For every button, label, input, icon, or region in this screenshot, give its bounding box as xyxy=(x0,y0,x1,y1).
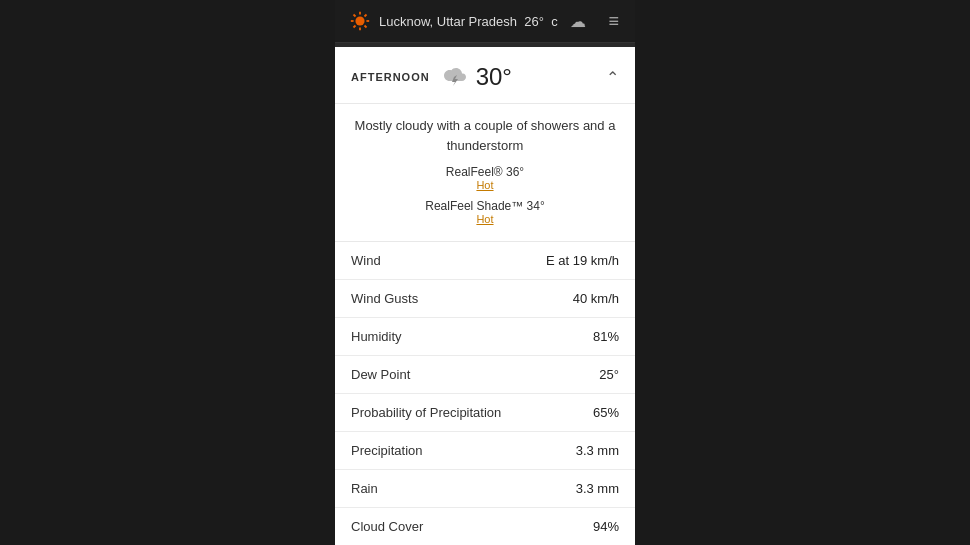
unit-label: c xyxy=(551,14,558,29)
data-row: Precipitation3.3 mm xyxy=(335,432,635,470)
section-label: AFTERNOON xyxy=(351,71,430,83)
data-row: Wind Gusts40 km/h xyxy=(335,280,635,318)
data-rows: WindE at 19 km/hWind Gusts40 km/hHumidit… xyxy=(335,242,635,545)
weather-card: AFTERNOON 30° ⌃ Mostly cloudy with a cou… xyxy=(335,47,635,545)
data-key: Cloud Cover xyxy=(351,519,423,534)
data-key: Humidity xyxy=(351,329,402,344)
realfeel-label: RealFeel® 36° xyxy=(446,165,524,179)
section-temp: 30° xyxy=(476,63,606,91)
data-row: Dew Point25° xyxy=(335,356,635,394)
data-value: 3.3 mm xyxy=(576,443,619,458)
cloud-icon: ☁ xyxy=(570,12,586,31)
data-key: Wind xyxy=(351,253,381,268)
data-value: 3.3 mm xyxy=(576,481,619,496)
data-row: Probability of Precipitation65% xyxy=(335,394,635,432)
temp-label: 26° xyxy=(524,14,544,29)
svg-line-6 xyxy=(364,25,366,27)
location-label: Lucknow, Uttar Pradesh xyxy=(379,14,517,29)
data-key: Wind Gusts xyxy=(351,291,418,306)
section-header: AFTERNOON 30° ⌃ xyxy=(335,47,635,104)
realfeel-shade-row: RealFeel Shade™ 34° Hot xyxy=(425,199,545,225)
data-key: Probability of Precipitation xyxy=(351,405,501,420)
data-key: Precipitation xyxy=(351,443,423,458)
svg-line-5 xyxy=(353,14,355,16)
chevron-up-icon[interactable]: ⌃ xyxy=(606,68,619,87)
data-value: E at 19 km/h xyxy=(546,253,619,268)
data-row: Rain3.3 mm xyxy=(335,470,635,508)
description-block: Mostly cloudy with a couple of showers a… xyxy=(335,104,635,242)
realfeel-shade-sub[interactable]: Hot xyxy=(476,213,493,225)
data-value: 94% xyxy=(593,519,619,534)
data-row: WindE at 19 km/h xyxy=(335,242,635,280)
realfeel-block: RealFeel® 36° Hot RealFeel Shade™ 34° Ho… xyxy=(351,165,619,233)
data-row: Cloud Cover94% xyxy=(335,508,635,545)
svg-point-0 xyxy=(355,16,364,25)
svg-line-8 xyxy=(353,25,355,27)
top-bar: Lucknow, Uttar Pradesh 26° c ☁ ≡ xyxy=(335,0,635,43)
data-key: Rain xyxy=(351,481,378,496)
data-row: Humidity81% xyxy=(335,318,635,356)
realfeel-shade-label: RealFeel Shade™ 34° xyxy=(425,199,545,213)
menu-icon[interactable]: ≡ xyxy=(608,11,621,32)
realfeel-row: RealFeel® 36° Hot xyxy=(446,165,524,191)
location-temp: Lucknow, Uttar Pradesh 26° c xyxy=(379,14,558,29)
data-value: 65% xyxy=(593,405,619,420)
thunder-icon xyxy=(440,64,468,91)
data-value: 25° xyxy=(599,367,619,382)
data-value: 81% xyxy=(593,329,619,344)
description-text: Mostly cloudy with a couple of showers a… xyxy=(351,116,619,155)
top-bar-left: Lucknow, Uttar Pradesh 26° c ☁ xyxy=(349,10,586,32)
app-container: Lucknow, Uttar Pradesh 26° c ☁ ≡ AFTERNO… xyxy=(335,0,635,545)
sun-icon xyxy=(349,10,371,32)
data-value: 40 km/h xyxy=(573,291,619,306)
svg-line-7 xyxy=(364,14,366,16)
data-key: Dew Point xyxy=(351,367,410,382)
realfeel-sub[interactable]: Hot xyxy=(476,179,493,191)
